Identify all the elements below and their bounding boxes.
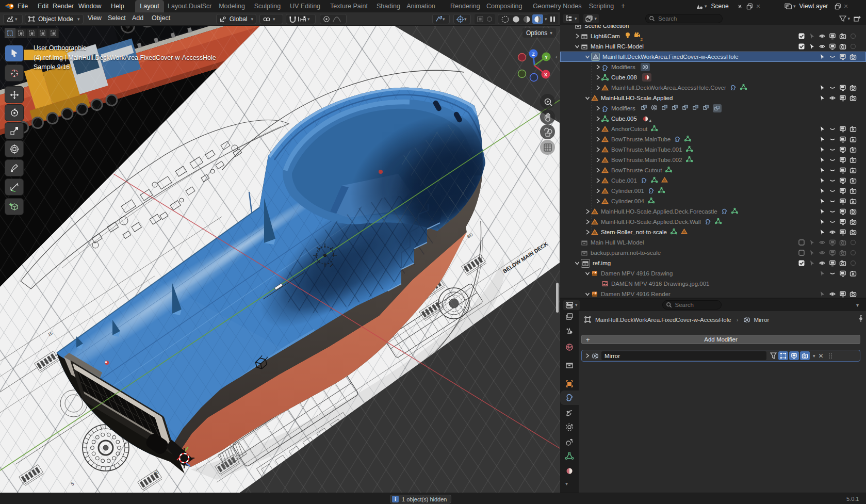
svg-text:X: X (544, 72, 547, 77)
svg-text:Z: Z (532, 52, 535, 57)
svg-text:Y: Y (545, 55, 548, 60)
